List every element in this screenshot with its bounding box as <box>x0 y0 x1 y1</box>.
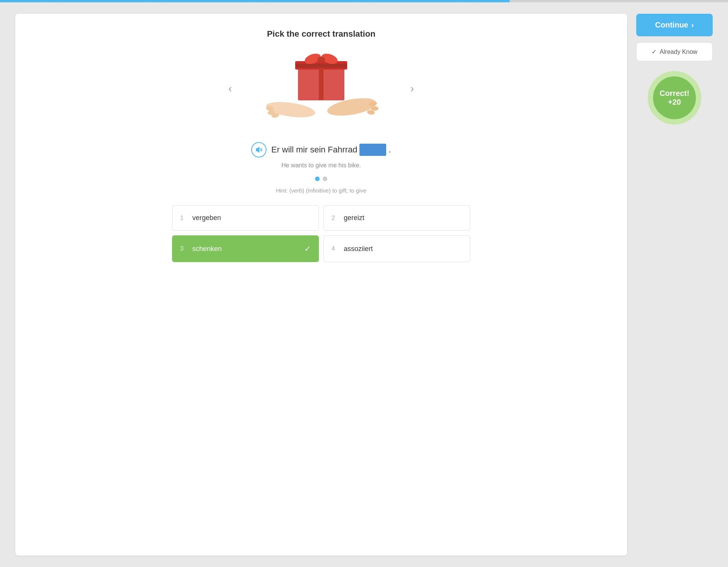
already-know-checkmark: ✓ <box>652 48 656 55</box>
next-arrow[interactable]: › <box>405 83 419 95</box>
already-know-button[interactable]: ✓ Already Know <box>636 42 713 61</box>
badge-title: Correct! <box>660 89 689 98</box>
hint-text: Hint: (verb) (Infinitive) to gift; to gi… <box>276 187 367 194</box>
image-row: ‹ <box>38 50 604 127</box>
prev-arrow[interactable]: ‹ <box>223 83 237 95</box>
choice-4[interactable]: 4 assoziiert <box>323 235 470 262</box>
choice-1-number: 1 <box>180 215 186 222</box>
sentence-text: Er will mir sein Fahrrad . <box>271 144 391 156</box>
page-wrapper: Pick the correct translation ‹ <box>0 2 728 567</box>
dot-1 <box>315 177 320 181</box>
choice-3[interactable]: 3 schenken ✓ <box>172 235 319 262</box>
audio-button[interactable] <box>251 142 266 157</box>
svg-rect-3 <box>295 64 347 68</box>
gift-image <box>252 50 390 127</box>
choices-grid: 1 vergeben 2 gereizt 3 schenken ✓ 4 asso… <box>172 205 470 262</box>
choice-2-label: gereizt <box>344 214 462 222</box>
already-know-label: Already Know <box>660 49 697 55</box>
card-title: Pick the correct translation <box>267 29 375 39</box>
translation-text: He wants to give me his bike. <box>281 162 361 169</box>
choice-4-number: 4 <box>332 245 338 252</box>
audio-icon <box>255 146 263 154</box>
continue-label: Continue <box>655 21 688 29</box>
answer-blank <box>359 144 386 156</box>
sentence-row: Er will mir sein Fahrrad . <box>251 142 391 157</box>
main-card: Pick the correct translation ‹ <box>15 14 627 556</box>
sentence-suffix: . <box>388 145 391 155</box>
choice-3-label: schenken <box>192 245 298 253</box>
badge-points: +20 <box>668 98 681 107</box>
choice-1-label: vergeben <box>192 214 311 222</box>
svg-point-10 <box>371 106 379 111</box>
correct-badge: Correct! +20 <box>648 71 701 125</box>
choice-2[interactable]: 2 gereizt <box>323 205 470 231</box>
dot-2 <box>323 177 327 181</box>
svg-point-6 <box>317 57 325 63</box>
sidebar: Continue › ✓ Already Know Correct! +20 <box>636 14 713 556</box>
choice-1[interactable]: 1 vergeben <box>172 205 319 231</box>
svg-rect-2 <box>319 66 323 100</box>
choice-4-label: assoziiert <box>344 245 462 253</box>
pagination-dots <box>315 177 327 181</box>
svg-marker-17 <box>256 147 260 153</box>
choice-2-number: 2 <box>332 215 338 222</box>
check-icon: ✓ <box>304 244 311 253</box>
continue-arrow: › <box>691 21 694 29</box>
gift-svg <box>252 50 390 127</box>
choice-3-number: 3 <box>180 245 186 252</box>
sentence-prefix: Er will mir sein Fahrrad <box>271 145 357 155</box>
continue-button[interactable]: Continue › <box>636 14 713 36</box>
